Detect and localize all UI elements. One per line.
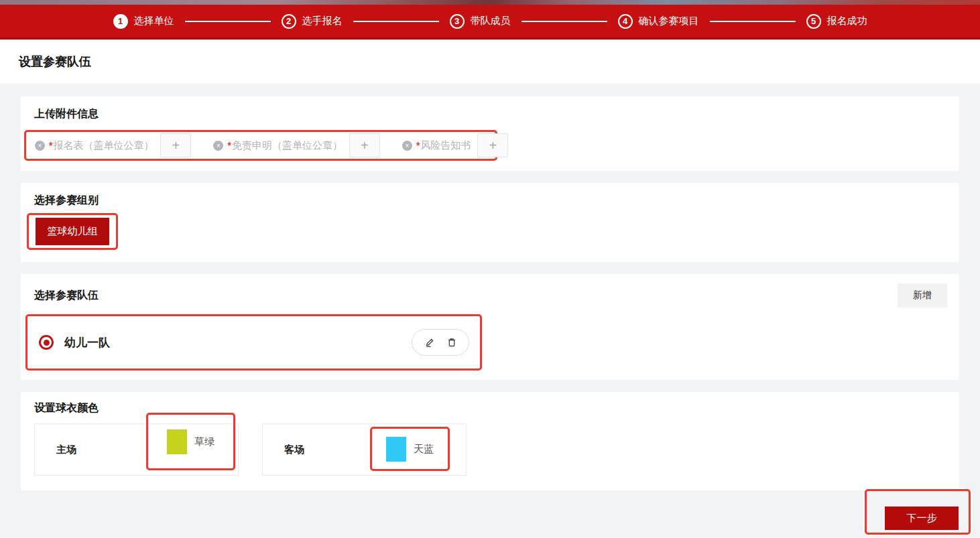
select-team-card: 选择参赛队伍 新增 幼儿一队 <box>21 274 959 380</box>
step-1-select-unit[interactable]: 1 选择单位 <box>113 14 174 29</box>
step-5-signup-success[interactable]: 5 报名成功 <box>806 14 867 29</box>
step-2-circle: 2 <box>282 14 296 29</box>
away-jersey-box: 客场 天蓝 <box>262 423 467 476</box>
step-3-team-staff[interactable]: 3 带队成员 <box>450 14 511 29</box>
home-jersey-box: 主场 草绿 <box>34 423 239 476</box>
upload-item-risk-notice: × * 风险告知书 + <box>402 133 508 157</box>
step-4-circle: 4 <box>618 14 633 29</box>
step-connector <box>353 21 439 22</box>
page-header: 设置参赛队伍 <box>0 40 980 84</box>
step-navbar: 1 选择单位 2 选手报名 3 带队成员 4 确认参赛项目 5 报名成功 <box>0 5 980 40</box>
upload-label: 报名表（盖单位公章） <box>53 139 154 152</box>
edit-pencil-icon[interactable] <box>424 337 435 348</box>
step-3-circle: 3 <box>450 14 465 29</box>
jersey-colors-card: 设置球衣颜色 主场 草绿 客场 天蓝 <box>21 392 959 490</box>
step-2-label: 选手报名 <box>302 15 343 27</box>
step-2-player-signup[interactable]: 2 选手报名 <box>282 14 343 29</box>
stepper: 1 选择单位 2 选手报名 3 带队成员 4 确认参赛项目 5 报名成功 <box>113 14 867 29</box>
required-asterisk: * <box>416 140 420 151</box>
radio-dot <box>44 340 50 346</box>
step-5-label: 报名成功 <box>827 15 867 27</box>
step-connector <box>185 21 271 22</box>
delete-trash-icon[interactable] <box>446 337 457 348</box>
required-asterisk: * <box>49 140 52 151</box>
away-color-swatch[interactable] <box>386 437 406 462</box>
add-team-button[interactable]: 新增 <box>898 283 947 308</box>
jersey-row: 主场 草绿 客场 天蓝 <box>34 423 946 476</box>
annotation-box-upload-row: × * 报名表（盖单位公章） + × * 免责申明（盖单位公章） + × * 风… <box>24 130 497 161</box>
team-actions-pill <box>412 329 469 356</box>
upload-label: 风险告知书 <box>420 139 471 152</box>
clear-attachment-icon[interactable]: × <box>35 141 45 151</box>
upload-plus-button[interactable]: + <box>160 133 191 157</box>
next-step-button[interactable]: 下一步 <box>885 507 959 530</box>
annotation-box-group-button: 篮球幼儿组 <box>27 213 118 250</box>
select-group-card: 选择参赛组别 篮球幼儿组 <box>21 183 959 262</box>
home-color-swatch[interactable] <box>167 429 187 454</box>
step-5-circle: 5 <box>806 14 821 29</box>
group-basketball-kids-button[interactable]: 篮球幼儿组 <box>36 218 109 245</box>
upload-attachments-card: 上传附件信息 × * 报名表（盖单位公章） + × * 免责申明（盖单位公章） … <box>21 96 959 171</box>
annotation-box-team-row: 幼儿一队 <box>25 314 482 371</box>
home-color-name: 草绿 <box>194 435 215 448</box>
clear-attachment-icon[interactable]: × <box>402 141 412 151</box>
annotation-box-home-color: 草绿 <box>146 413 235 470</box>
team-radio-selected[interactable] <box>39 335 54 350</box>
main-content: 上传附件信息 × * 报名表（盖单位公章） + × * 免责申明（盖单位公章） … <box>0 84 980 490</box>
step-4-label: 确认参赛项目 <box>639 15 699 27</box>
group-section-heading: 选择参赛组别 <box>34 194 946 208</box>
page-title: 设置参赛队伍 <box>19 54 91 70</box>
step-3-label: 带队成员 <box>471 15 511 27</box>
upload-label: 免责申明（盖单位公章） <box>232 139 343 152</box>
away-color-name: 天蓝 <box>414 443 434 456</box>
away-label: 客场 <box>284 444 304 456</box>
upload-plus-button[interactable]: + <box>349 133 380 157</box>
background-photo-strip <box>0 0 980 5</box>
team-name: 幼儿一队 <box>64 335 110 350</box>
team-section-heading: 选择参赛队伍 <box>34 289 99 303</box>
step-connector <box>522 21 607 22</box>
step-connector <box>710 21 796 22</box>
annotation-box-away-color: 天蓝 <box>370 427 450 471</box>
clear-attachment-icon[interactable]: × <box>213 141 223 151</box>
required-asterisk: * <box>227 140 231 151</box>
team-section-header: 选择参赛队伍 新增 <box>34 283 947 308</box>
step-1-label: 选择单位 <box>134 15 174 27</box>
step-1-circle: 1 <box>113 14 128 29</box>
upload-item-registration-form: × * 报名表（盖单位公章） + <box>35 133 191 157</box>
home-label: 主场 <box>56 444 76 456</box>
step-4-confirm-events[interactable]: 4 确认参赛项目 <box>618 14 699 29</box>
upload-plus-button[interactable]: + <box>477 133 508 157</box>
upload-section-heading: 上传附件信息 <box>34 107 946 121</box>
upload-item-disclaimer: × * 免责申明（盖单位公章） + <box>213 133 379 157</box>
